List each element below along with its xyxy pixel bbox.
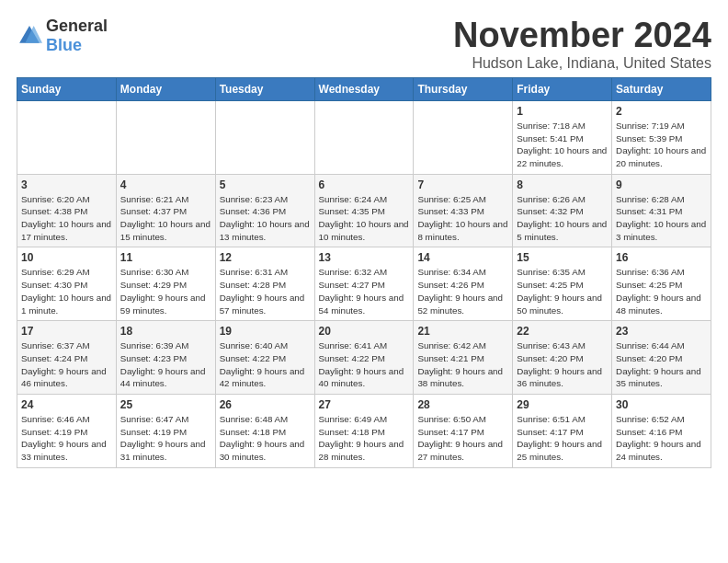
table-row: 27Sunrise: 6:49 AMSunset: 4:18 PMDayligh… xyxy=(314,395,414,468)
day-number: 30 xyxy=(616,398,707,411)
day-number: 7 xyxy=(417,178,508,191)
table-row: 5Sunrise: 6:23 AMSunset: 4:36 PMDaylight… xyxy=(215,174,314,247)
day-info: Sunrise: 6:32 AMSunset: 4:27 PMDaylight:… xyxy=(319,266,410,316)
day-number: 1 xyxy=(517,105,608,118)
day-number: 2 xyxy=(616,105,707,118)
day-number: 13 xyxy=(319,251,410,264)
day-number: 20 xyxy=(319,325,410,338)
calendar-week-row: 17Sunrise: 6:37 AMSunset: 4:24 PMDayligh… xyxy=(17,321,711,395)
day-info: Sunrise: 6:28 AMSunset: 4:31 PMDaylight:… xyxy=(616,193,707,244)
logo-icon xyxy=(17,23,42,49)
table-row: 6Sunrise: 6:24 AMSunset: 4:35 PMDaylight… xyxy=(314,174,414,247)
day-info: Sunrise: 6:44 AMSunset: 4:20 PMDaylight:… xyxy=(616,339,707,390)
day-number: 25 xyxy=(120,398,211,411)
day-info: Sunrise: 6:25 AMSunset: 4:33 PMDaylight:… xyxy=(417,193,508,244)
table-row: 10Sunrise: 6:29 AMSunset: 4:30 PMDayligh… xyxy=(17,247,117,321)
day-number: 17 xyxy=(21,325,112,338)
day-info: Sunrise: 6:29 AMSunset: 4:30 PMDaylight:… xyxy=(21,266,112,316)
table-row: 25Sunrise: 6:47 AMSunset: 4:19 PMDayligh… xyxy=(116,395,215,468)
table-row xyxy=(17,100,117,174)
day-info: Sunrise: 6:42 AMSunset: 4:21 PMDaylight:… xyxy=(417,339,508,390)
table-row: 28Sunrise: 6:50 AMSunset: 4:17 PMDayligh… xyxy=(414,395,513,468)
day-info: Sunrise: 6:34 AMSunset: 4:26 PMDaylight:… xyxy=(417,266,508,316)
table-row: 8Sunrise: 6:26 AMSunset: 4:32 PMDaylight… xyxy=(513,174,612,247)
table-row: 22Sunrise: 6:43 AMSunset: 4:20 PMDayligh… xyxy=(513,321,612,395)
day-info: Sunrise: 6:37 AMSunset: 4:24 PMDaylight:… xyxy=(21,339,112,390)
day-info: Sunrise: 6:50 AMSunset: 4:17 PMDaylight:… xyxy=(417,413,508,464)
table-row: 3Sunrise: 6:20 AMSunset: 4:38 PMDaylight… xyxy=(17,174,117,247)
table-row: 16Sunrise: 6:36 AMSunset: 4:25 PMDayligh… xyxy=(612,247,711,321)
day-number: 24 xyxy=(21,398,112,411)
month-title: November 2024 xyxy=(453,17,711,55)
day-number: 23 xyxy=(616,325,707,338)
day-info: Sunrise: 6:48 AMSunset: 4:18 PMDaylight:… xyxy=(220,413,311,464)
table-row: 1Sunrise: 7:18 AMSunset: 5:41 PMDaylight… xyxy=(513,100,612,174)
day-number: 15 xyxy=(517,251,608,264)
day-number: 5 xyxy=(220,178,311,191)
calendar-week-row: 1Sunrise: 7:18 AMSunset: 5:41 PMDaylight… xyxy=(17,100,711,174)
day-number: 18 xyxy=(120,325,211,338)
day-number: 3 xyxy=(21,178,112,191)
logo-blue: Blue xyxy=(46,36,82,54)
day-info: Sunrise: 6:23 AMSunset: 4:36 PMDaylight:… xyxy=(220,193,311,244)
logo-general: General xyxy=(46,17,108,35)
table-row: 11Sunrise: 6:30 AMSunset: 4:29 PMDayligh… xyxy=(116,247,215,321)
table-row xyxy=(414,100,513,174)
table-row xyxy=(215,100,314,174)
day-info: Sunrise: 6:31 AMSunset: 4:28 PMDaylight:… xyxy=(220,266,311,316)
day-number: 28 xyxy=(417,398,508,411)
calendar-week-row: 3Sunrise: 6:20 AMSunset: 4:38 PMDaylight… xyxy=(17,174,711,247)
table-row: 15Sunrise: 6:35 AMSunset: 4:25 PMDayligh… xyxy=(513,247,612,321)
table-row: 19Sunrise: 6:40 AMSunset: 4:22 PMDayligh… xyxy=(215,321,314,395)
col-wednesday: Wednesday xyxy=(314,77,414,100)
page: General Blue November 2024 Hudson Lake, … xyxy=(0,0,728,477)
day-number: 16 xyxy=(616,251,707,264)
day-number: 26 xyxy=(220,398,311,411)
day-info: Sunrise: 6:51 AMSunset: 4:17 PMDaylight:… xyxy=(517,413,608,464)
table-row: 20Sunrise: 6:41 AMSunset: 4:22 PMDayligh… xyxy=(314,321,414,395)
day-info: Sunrise: 7:18 AMSunset: 5:41 PMDaylight:… xyxy=(517,120,608,170)
col-friday: Friday xyxy=(513,77,612,100)
day-info: Sunrise: 6:43 AMSunset: 4:20 PMDaylight:… xyxy=(517,339,608,390)
day-number: 22 xyxy=(517,325,608,338)
table-row: 12Sunrise: 6:31 AMSunset: 4:28 PMDayligh… xyxy=(215,247,314,321)
day-info: Sunrise: 6:36 AMSunset: 4:25 PMDaylight:… xyxy=(616,266,707,316)
day-number: 9 xyxy=(616,178,707,191)
day-info: Sunrise: 6:20 AMSunset: 4:38 PMDaylight:… xyxy=(21,193,112,244)
table-row: 24Sunrise: 6:46 AMSunset: 4:19 PMDayligh… xyxy=(17,395,117,468)
table-row xyxy=(116,100,215,174)
day-number: 4 xyxy=(120,178,211,191)
day-info: Sunrise: 6:46 AMSunset: 4:19 PMDaylight:… xyxy=(21,413,112,464)
day-info: Sunrise: 6:24 AMSunset: 4:35 PMDaylight:… xyxy=(319,193,410,244)
day-info: Sunrise: 6:40 AMSunset: 4:22 PMDaylight:… xyxy=(220,339,311,390)
day-number: 8 xyxy=(517,178,608,191)
logo: General Blue xyxy=(17,17,108,55)
col-monday: Monday xyxy=(116,77,215,100)
table-row: 9Sunrise: 6:28 AMSunset: 4:31 PMDaylight… xyxy=(612,174,711,247)
day-number: 27 xyxy=(319,398,410,411)
table-row: 18Sunrise: 6:39 AMSunset: 4:23 PMDayligh… xyxy=(116,321,215,395)
col-thursday: Thursday xyxy=(414,77,513,100)
day-info: Sunrise: 7:19 AMSunset: 5:39 PMDaylight:… xyxy=(616,120,707,170)
day-number: 10 xyxy=(21,251,112,264)
day-number: 11 xyxy=(120,251,211,264)
table-row: 26Sunrise: 6:48 AMSunset: 4:18 PMDayligh… xyxy=(215,395,314,468)
table-row: 7Sunrise: 6:25 AMSunset: 4:33 PMDaylight… xyxy=(414,174,513,247)
table-row xyxy=(314,100,414,174)
day-info: Sunrise: 6:41 AMSunset: 4:22 PMDaylight:… xyxy=(319,339,410,390)
table-row: 14Sunrise: 6:34 AMSunset: 4:26 PMDayligh… xyxy=(414,247,513,321)
table-row: 21Sunrise: 6:42 AMSunset: 4:21 PMDayligh… xyxy=(414,321,513,395)
day-number: 14 xyxy=(417,251,508,264)
location-title: Hudson Lake, Indiana, United States xyxy=(453,55,711,72)
col-sunday: Sunday xyxy=(17,77,117,100)
calendar-header-row: Sunday Monday Tuesday Wednesday Thursday… xyxy=(17,77,711,100)
calendar-week-row: 10Sunrise: 6:29 AMSunset: 4:30 PMDayligh… xyxy=(17,247,711,321)
table-row: 17Sunrise: 6:37 AMSunset: 4:24 PMDayligh… xyxy=(17,321,117,395)
calendar: Sunday Monday Tuesday Wednesday Thursday… xyxy=(17,77,711,468)
day-number: 12 xyxy=(220,251,311,264)
title-area: November 2024 Hudson Lake, Indiana, Unit… xyxy=(453,17,711,72)
calendar-week-row: 24Sunrise: 6:46 AMSunset: 4:19 PMDayligh… xyxy=(17,395,711,468)
table-row: 4Sunrise: 6:21 AMSunset: 4:37 PMDaylight… xyxy=(116,174,215,247)
table-row: 23Sunrise: 6:44 AMSunset: 4:20 PMDayligh… xyxy=(612,321,711,395)
col-saturday: Saturday xyxy=(612,77,711,100)
